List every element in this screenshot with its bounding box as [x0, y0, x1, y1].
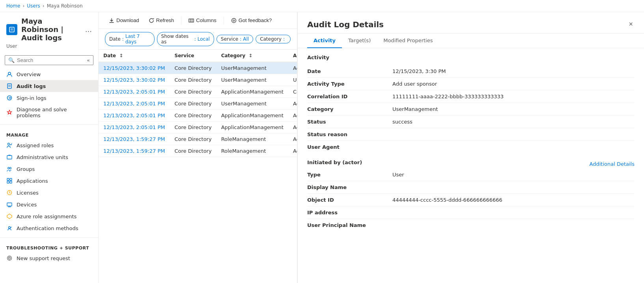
cell-category: UserManagement [217, 74, 288, 86]
table-row[interactable]: 12/13/2023, 2:05:01 PM Core Directory Ap… [99, 122, 297, 133]
breadcrumb: Home › Users › Maya Robinson [0, 0, 644, 12]
col-category[interactable]: Category ↕ [217, 50, 288, 62]
licenses-icon [6, 189, 13, 196]
table-row[interactable]: 12/15/2023, 3:30:02 PM Core Directory Us… [99, 74, 297, 86]
sidebar-item-adminunits[interactable]: Administrative units [0, 151, 98, 163]
detail-field-label: Correlation ID [307, 94, 386, 99]
table-row[interactable]: 12/13/2023, 2:05:01 PM Core Directory Ap… [99, 110, 297, 122]
table-row[interactable]: 12/13/2023, 1:59:27 PM Core Directory Ro… [99, 145, 297, 157]
detail-panel-title: Audit Log Details [307, 20, 384, 29]
svg-rect-15 [10, 181, 12, 183]
col-date[interactable]: Date ↕ [99, 50, 170, 62]
feedback-button[interactable]: Got feedback? [227, 15, 276, 25]
table-row[interactable]: 12/15/2023, 3:30:02 PM Core Directory Us… [99, 62, 297, 74]
diagnose-icon [6, 109, 13, 116]
sidebar-item-signinlogs[interactable]: Sign-in logs [0, 92, 98, 104]
sort-icon: ↕ [119, 53, 123, 58]
sidebar-item-auditlogs[interactable]: Audit logs [0, 80, 98, 92]
filter-date[interactable]: Date : Last 7 days [105, 32, 155, 46]
cell-service: Core Directory [170, 98, 217, 110]
download-button[interactable]: Download [105, 15, 143, 25]
svg-rect-4 [7, 84, 11, 88]
cell-category: UserManagement [217, 98, 288, 110]
cell-service: Core Directory [170, 86, 217, 98]
more-options-button[interactable]: ... [85, 25, 92, 34]
cell-activity: Add... [288, 62, 297, 74]
col-activity[interactable]: Activity [288, 50, 297, 62]
cell-activity: Add... [288, 110, 297, 122]
cell-activity: Add... [288, 122, 297, 133]
filter-dates-as[interactable]: Show dates as : Local [157, 32, 214, 46]
sidebar-item-licenses[interactable]: Licenses [0, 187, 98, 199]
cell-activity: Add... [288, 133, 297, 145]
cell-service: Core Directory [170, 74, 217, 86]
auditlogs-icon [6, 83, 13, 89]
toolbar-separator [181, 17, 181, 24]
cell-activity: Cons... [288, 86, 297, 98]
sidebar-item-groups[interactable]: Groups [0, 163, 98, 175]
filter-category[interactable]: Category : [256, 35, 291, 43]
actor-field-label: IP address [307, 210, 386, 216]
page-subtitle: User [0, 43, 98, 52]
detail-field-label: Activity Type [307, 81, 386, 87]
sidebar-item-label: Applications [17, 178, 48, 184]
detail-field-value: 11111111-aaaa-2222-bbbb-333333333333 [392, 94, 504, 99]
sidebar-item-support[interactable]: New support request [0, 252, 98, 264]
detail-field-value: UserManagement [392, 106, 438, 112]
sidebar-item-label: Azure role assignments [17, 214, 77, 219]
svg-rect-9 [7, 156, 12, 159]
actor-field-row: User Principal Name [307, 219, 635, 231]
tab-activity[interactable]: Activity [307, 34, 342, 48]
svg-rect-14 [7, 181, 9, 183]
cell-activity: Upda... [288, 74, 297, 86]
detail-field-row: Activity Type Add user sponsor [307, 78, 635, 90]
detail-field-row: Category UserManagement [307, 103, 635, 116]
filter-service[interactable]: Service : All [217, 35, 253, 43]
tab-modified-properties[interactable]: Modified Properties [377, 34, 439, 48]
actor-field-row: Display Name [307, 181, 635, 194]
sidebar-item-authmethods[interactable]: Authentication methods [0, 222, 98, 234]
sidebar-item-assignedroles[interactable]: Assigned roles [0, 139, 98, 151]
sidebar-item-label: Sign-in logs [17, 95, 47, 101]
refresh-button[interactable]: Refresh [145, 15, 178, 25]
refresh-icon [149, 18, 154, 23]
applications-icon [6, 178, 13, 184]
sidebar-item-devices[interactable]: Devices [0, 199, 98, 210]
additional-details-link[interactable]: Additional Details [590, 161, 635, 167]
tab-targets[interactable]: Target(s) [342, 34, 377, 48]
sidebar-item-overview[interactable]: Overview [0, 68, 98, 80]
cell-date: 12/15/2023, 3:30:02 PM [99, 62, 170, 74]
collapse-icon[interactable]: « [87, 57, 90, 63]
feedback-icon [231, 18, 237, 23]
azureroles-icon [6, 213, 13, 219]
cell-category: UserManagement [217, 62, 288, 74]
detail-field-label: Status [307, 119, 386, 125]
table-row[interactable]: 12/13/2023, 2:05:01 PM Core Directory Us… [99, 98, 297, 110]
cell-date: 12/13/2023, 2:05:01 PM [99, 86, 170, 98]
col-service[interactable]: Service [170, 50, 217, 62]
search-box[interactable]: 🔍 « [5, 55, 93, 65]
signinlogs-icon [6, 95, 13, 101]
detail-field-row: Date 12/15/2023, 3:30 PM [307, 65, 635, 78]
breadcrumb-home[interactable]: Home [6, 3, 20, 9]
columns-button[interactable]: Columns [185, 15, 220, 25]
actor-section-title: Initiated by (actor) [307, 159, 362, 165]
columns-icon [189, 18, 194, 23]
cell-service: Core Directory [170, 133, 217, 145]
table-row[interactable]: 12/13/2023, 1:59:27 PM Core Directory Ro… [99, 133, 297, 145]
manage-section-header: Manage [0, 128, 98, 139]
breadcrumb-users[interactable]: Users [27, 3, 40, 9]
sidebar-item-label: Assigned roles [17, 142, 54, 148]
cell-date: 12/13/2023, 2:05:01 PM [99, 98, 170, 110]
close-button[interactable]: × [627, 19, 635, 30]
cell-date: 12/13/2023, 2:05:01 PM [99, 110, 170, 122]
detail-panel-header: Audit Log Details × [298, 12, 644, 34]
actor-field-label: Object ID [307, 197, 386, 203]
sidebar-item-azureroles[interactable]: Azure role assignments [0, 210, 98, 222]
cell-category: RoleManagement [217, 133, 288, 145]
cell-category: RoleManagement [217, 145, 288, 157]
search-input[interactable] [17, 57, 84, 63]
table-row[interactable]: 12/13/2023, 2:05:01 PM Core Directory Ap… [99, 86, 297, 98]
sidebar-item-diagnose[interactable]: Diagnose and solve problems [0, 104, 98, 121]
sidebar-item-applications[interactable]: Applications [0, 175, 98, 187]
